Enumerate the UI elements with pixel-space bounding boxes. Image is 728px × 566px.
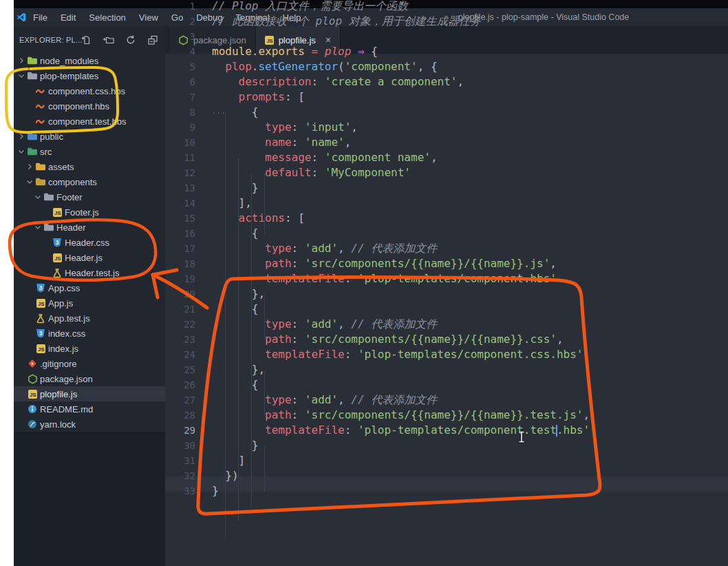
code-line-4[interactable]: 4module.exports = plop ⇒ {: [165, 44, 728, 59]
code-line-7[interactable]: 7 prompts: [: [165, 90, 728, 105]
sidebar-empty-area: [14, 432, 165, 566]
line-number: 30: [165, 438, 195, 453]
code-line-10[interactable]: 10 name: 'name',: [165, 135, 728, 150]
menu-selection[interactable]: Selection: [87, 12, 127, 23]
tree-item-Header[interactable]: Header: [14, 220, 165, 235]
code-line-18[interactable]: 18 path: 'src/components/{{name}}/{{name…: [165, 256, 728, 271]
new-file-icon[interactable]: [80, 33, 93, 46]
code-line-21[interactable]: 21 {: [165, 302, 728, 317]
code-line-28[interactable]: 28 path: 'src/components/{{name}}/{{name…: [165, 408, 728, 423]
code-line-20[interactable]: 20 },: [165, 286, 728, 302]
tree-item-public[interactable]: public: [14, 129, 165, 144]
tree-item-Footer[interactable]: Footer: [14, 189, 165, 205]
tree-item-index.js[interactable]: JSindex.js: [14, 341, 165, 356]
tree-item-src[interactable]: src: [14, 144, 165, 159]
tree-item-index.css[interactable]: 3index.css: [14, 326, 165, 341]
line-number: 2: [165, 14, 195, 29]
tree-item-Footer.js[interactable]: JSFooter.js: [14, 205, 165, 220]
tree-item-component.test.hbs[interactable]: component.test.hbs: [14, 114, 165, 129]
code-text: type: 'input',: [212, 120, 358, 135]
tree-item-node_modules[interactable]: node_modules: [14, 54, 165, 68]
code-text: ],: [212, 196, 252, 211]
tree-item-label: yarn.lock: [40, 419, 76, 430]
menu-view[interactable]: View: [138, 12, 160, 23]
js-icon: JS: [51, 207, 63, 218]
menu-edit[interactable]: Edit: [59, 12, 77, 23]
code-line-1[interactable]: 1// Plop 入口文件，需要导出一个函数: [165, 0, 728, 14]
code-line-14[interactable]: 14 ],: [165, 196, 728, 211]
code-line-9[interactable]: 9 type: 'input',: [165, 120, 728, 135]
folder-yellow-icon: [34, 162, 47, 172]
chevron-down-icon[interactable]: [25, 177, 34, 187]
tree-item-assets[interactable]: assets: [14, 159, 165, 174]
new-folder-icon[interactable]: [102, 33, 115, 46]
code-line-19[interactable]: 19 templateFile: 'plop-templates/compone…: [165, 271, 728, 286]
tree-item-label: App.test.js: [48, 313, 90, 324]
code-line-26[interactable]: 26 {: [165, 377, 728, 392]
tree-item-yarn.lock[interactable]: yarn.lock: [14, 417, 165, 432]
chevron-down-icon[interactable]: [17, 147, 26, 156]
code-editor[interactable]: ··· 1// Plop 入口文件，需要导出一个函数2// 此函数接收一个 pl…: [165, 54, 728, 566]
code-text: templateFile: 'plop-templates/component.…: [212, 347, 583, 362]
code-text: templateFile: 'plop-templates/component.…: [212, 423, 590, 438]
code-line-27[interactable]: 27 type: 'add', // 代表添加文件: [165, 392, 728, 408]
explorer-actions: [80, 33, 160, 46]
code-text: type: 'add', // 代表添加文件: [212, 392, 437, 408]
tree-item-package.json[interactable]: package.json: [14, 371, 165, 386]
refresh-icon[interactable]: [125, 33, 138, 46]
tree-item-App.css[interactable]: 3App.css: [14, 280, 165, 295]
chevron-down-icon[interactable]: [33, 192, 43, 202]
tree-item-Header.test.js[interactable]: Header.test.js: [14, 265, 165, 280]
code-line-25[interactable]: 25 },: [165, 362, 728, 377]
code-line-5[interactable]: 5 plop.setGenerator('component', {: [165, 59, 728, 74]
code-line-15[interactable]: 15 actions: [: [165, 211, 728, 226]
tree-item-plopfile.js[interactable]: JSplopfile.js: [14, 386, 165, 401]
tree-item-Header.js[interactable]: JSHeader.js: [14, 250, 165, 265]
tree-item-Header.css[interactable]: 3Header.css: [14, 235, 165, 250]
file-tree: node_modulesplop-templatescomponent.css.…: [14, 54, 165, 432]
menu-file[interactable]: File: [32, 12, 49, 23]
code-line-16[interactable]: 16 {: [165, 226, 728, 241]
code-line-33[interactable]: 33}: [165, 483, 728, 499]
code-text: }): [212, 468, 239, 483]
chevron-down-icon[interactable]: [33, 222, 43, 232]
chevron-right-icon[interactable]: [17, 132, 26, 141]
flask-icon: [51, 268, 63, 278]
tree-item-plop-templates[interactable]: plop-templates: [14, 68, 165, 83]
code-line-23[interactable]: 23 path: 'src/components/{{name}}/{{name…: [165, 332, 728, 347]
tree-item-components[interactable]: components: [14, 174, 165, 189]
info-icon: [26, 404, 39, 415]
chevron-spacer: [17, 404, 26, 414]
tree-item-component.css.hbs[interactable]: component.css.hbs: [14, 83, 165, 98]
code-line-8[interactable]: 8 {: [165, 105, 728, 120]
tree-item-App.test.js[interactable]: App.test.js: [14, 311, 165, 326]
chevron-down-icon[interactable]: [17, 71, 26, 81]
code-line-22[interactable]: 22 type: 'add', // 代表添加文件: [165, 317, 728, 332]
code-line-6[interactable]: 6 description: 'create a component',: [165, 74, 728, 90]
code-line-29[interactable]: 29 templateFile: 'plop-templates/compone…: [165, 423, 728, 438]
tree-item-label: component.hbs: [48, 101, 109, 112]
tree-item-.gitignore[interactable]: .gitignore: [14, 356, 165, 371]
code-line-11[interactable]: 11 message: 'component name',: [165, 150, 728, 165]
code-line-3[interactable]: 3: [165, 29, 728, 44]
code-line-31[interactable]: 31 ]: [165, 453, 728, 468]
line-number: 29: [165, 423, 195, 438]
code-text: }: [212, 438, 258, 453]
code-line-32[interactable]: 32 }): [165, 468, 728, 483]
folder-node-icon: [26, 56, 39, 66]
collapse-all-icon[interactable]: [147, 33, 160, 46]
tree-item-component.hbs[interactable]: component.hbs: [14, 98, 165, 114]
tree-item-README.md[interactable]: README.md: [14, 401, 165, 417]
tree-item-App.js[interactable]: JSApp.js: [14, 295, 165, 311]
code-line-12[interactable]: 12 default: 'MyComponent': [165, 165, 728, 180]
chevron-right-icon[interactable]: [25, 162, 34, 171]
code-line-24[interactable]: 24 templateFile: 'plop-templates/compone…: [165, 347, 728, 362]
code-line-30[interactable]: 30 }: [165, 438, 728, 453]
code-text: path: 'src/components/{{name}}/{{name}}.…: [212, 332, 564, 347]
code-line-17[interactable]: 17 type: 'add', // 代表添加文件: [165, 241, 728, 256]
code-line-2[interactable]: 2// 此函数接收一个 plop 对象，用于创建生成器任务: [165, 14, 728, 29]
code-text: {: [212, 377, 258, 392]
chevron-right-icon[interactable]: [17, 56, 26, 65]
code-line-13[interactable]: 13 }: [165, 180, 728, 196]
folder-gray-icon: [26, 71, 39, 81]
